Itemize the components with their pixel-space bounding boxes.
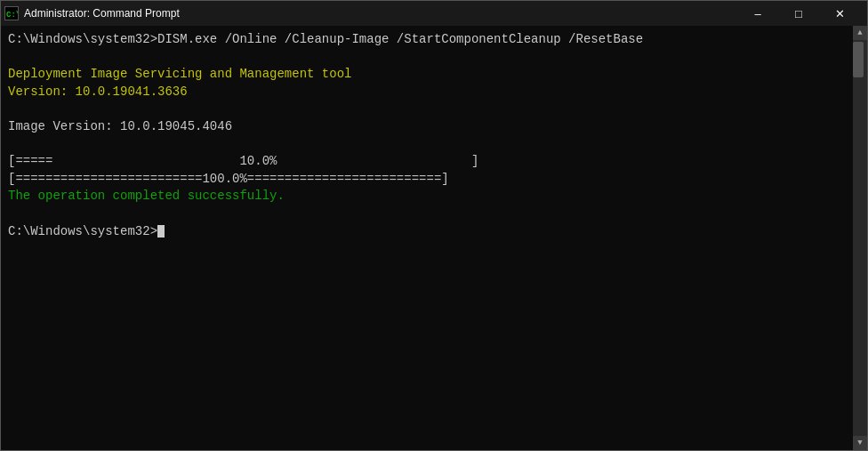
scrollbar-track bbox=[853, 40, 867, 436]
window-title: Administrator: Command Prompt bbox=[24, 7, 180, 20]
terminal-line-tool-name: Deployment Image Servicing and Managemen… bbox=[8, 66, 860, 84]
titlebar: C:\ Administrator: Command Prompt – □ ✕ bbox=[1, 1, 867, 26]
minimize-button[interactable]: – bbox=[737, 1, 778, 26]
terminal-line-version: Version: 10.0.19041.3636 bbox=[8, 84, 860, 101]
terminal-line-prompt: C:\Windows\system32> bbox=[8, 223, 860, 241]
cmd-icon: C:\ bbox=[4, 6, 19, 20]
terminal-line-progress1: [===== 10.0% ] bbox=[8, 153, 860, 171]
terminal-line-blank4 bbox=[8, 205, 860, 223]
terminal-line-img-version: Image Version: 10.0.19045.4046 bbox=[8, 118, 860, 136]
command-prompt-window: C:\ Administrator: Command Prompt – □ ✕ … bbox=[0, 0, 868, 451]
cursor-blink bbox=[157, 225, 165, 238]
terminal-line-blank2 bbox=[8, 101, 860, 118]
terminal-line-blank1 bbox=[8, 49, 860, 67]
terminal-line-success: The operation completed successfully. bbox=[8, 188, 860, 205]
terminal-output: C:\Windows\system32>DISM.exe /Online /Cl… bbox=[8, 31, 860, 240]
maximize-button[interactable]: □ bbox=[778, 1, 819, 26]
scrollbar[interactable]: ▲ ▼ bbox=[853, 26, 867, 450]
terminal-body[interactable]: C:\Windows\system32>DISM.exe /Online /Cl… bbox=[1, 26, 867, 450]
terminal-line-cmd: C:\Windows\system32>DISM.exe /Online /Cl… bbox=[8, 31, 860, 49]
terminal-line-progress2: [=========================100.0%========… bbox=[8, 171, 860, 189]
svg-text:C:\: C:\ bbox=[6, 11, 18, 20]
window-controls: – □ ✕ bbox=[737, 1, 860, 26]
titlebar-left: C:\ Administrator: Command Prompt bbox=[4, 6, 180, 20]
scroll-up-arrow[interactable]: ▲ bbox=[853, 26, 867, 40]
scroll-down-arrow[interactable]: ▼ bbox=[853, 436, 867, 450]
scrollbar-thumb[interactable] bbox=[853, 42, 864, 77]
terminal-line-blank3 bbox=[8, 136, 860, 154]
close-button[interactable]: ✕ bbox=[819, 1, 860, 26]
